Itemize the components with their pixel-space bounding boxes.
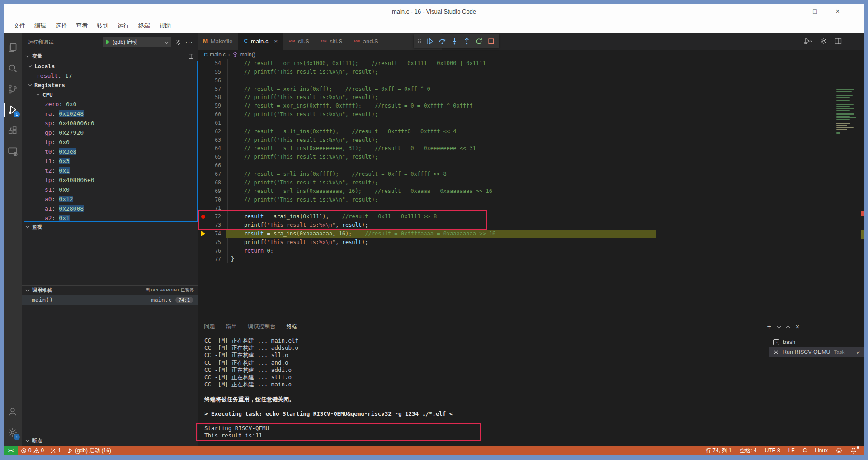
panel-tab-问题[interactable]: 问题 [204, 319, 215, 334]
call-stack-section-header[interactable]: 调用堆栈 因 BREAKPOINT 已暂停 [22, 285, 198, 295]
run-or-debug-icon[interactable] [804, 38, 813, 45]
variable-row-sp[interactable]: sp: 0x408006c0 [24, 118, 197, 128]
code-line-77[interactable]: 77} [198, 255, 864, 263]
restart-button[interactable] [475, 38, 483, 45]
variable-row-gp[interactable]: gp: 0x27920 [24, 128, 197, 137]
step-over-button[interactable] [439, 38, 446, 45]
problems-status[interactable]: 0 0 [18, 446, 47, 455]
gutter[interactable]: 62 [198, 127, 226, 136]
variable-row-s1[interactable]: s1: 0x0 [24, 185, 197, 194]
encoding-status[interactable]: UTF-8 [761, 447, 784, 454]
tab-and.S[interactable]: ASMand.S [348, 33, 384, 50]
os-status[interactable]: Linux [811, 447, 832, 454]
code-line-56[interactable]: 56 [198, 76, 864, 85]
code-line-58[interactable]: 58 // printf("This result is:%x\n", resu… [198, 93, 864, 102]
gutter[interactable]: 63 [198, 136, 226, 145]
editor-gear-icon[interactable] [820, 38, 827, 45]
close-button[interactable]: × [836, 8, 840, 15]
code-line-76[interactable]: 76 return 0; [198, 247, 864, 255]
minimap[interactable] [836, 89, 860, 135]
variable-row-t1[interactable]: t1: 0x3 [24, 156, 197, 166]
variable-row-t2[interactable]: t2: 0x1 [24, 166, 197, 175]
extensions-icon[interactable] [4, 120, 22, 141]
code-line-60[interactable]: 60 // printf("This result is:%x\n", resu… [198, 110, 864, 119]
tab-main.c[interactable]: Cmain.c× [238, 33, 283, 50]
variable-row-a2[interactable]: a2: 0x1 [24, 213, 197, 222]
gutter[interactable]: 72 [198, 212, 226, 221]
gutter[interactable]: 75 [198, 238, 226, 247]
gutter[interactable]: 68 [198, 178, 226, 187]
menu-item-4[interactable]: 转到 [93, 20, 112, 31]
gutter[interactable]: 57 [198, 85, 226, 94]
gutter[interactable]: 70 [198, 196, 226, 204]
cursor-position-status[interactable]: 行 74, 列 1 [702, 447, 736, 455]
terminal-list-item-bash[interactable]: >bash [769, 337, 864, 347]
current-line-arrow-icon[interactable] [198, 231, 208, 236]
gutter[interactable]: 73 [198, 221, 226, 230]
tab-Makefile[interactable]: MMakefile [198, 33, 238, 50]
code-line-65[interactable]: 65 // printf("This result is:%x\n", resu… [198, 153, 864, 161]
code-line-69[interactable]: 69 // result = srl_ins(0xaaaaaaaa, 16); … [198, 187, 864, 196]
search-icon[interactable] [4, 58, 22, 79]
code-line-72[interactable]: 72 result = srai_ins(0x1111); //result =… [198, 212, 864, 221]
tab-slti.S[interactable]: ASMslti.S [315, 33, 349, 50]
code-line-68[interactable]: 68 // printf("This result is:%x\n", resu… [198, 178, 864, 187]
code-editor[interactable]: 54 // result = or_ins(0x1000, 0x1111); /… [198, 59, 864, 319]
gutter[interactable]: 54 [198, 59, 226, 68]
menu-item-0[interactable]: 文件 [10, 20, 29, 31]
code-line-57[interactable]: 57 // result = xori_ins(0xff); //result … [198, 85, 864, 94]
code-line-55[interactable]: 55 // printf("This result is:%x\n", resu… [198, 68, 864, 76]
explorer-icon[interactable] [4, 37, 22, 58]
breadcrumb-symbol[interactable]: main() [240, 52, 255, 58]
more-actions-icon[interactable]: ··· [185, 38, 193, 46]
breadcrumb[interactable]: C main.c › main() [198, 50, 864, 59]
gutter[interactable]: 56 [198, 76, 226, 85]
panel-toggle-icon[interactable] [188, 53, 194, 59]
gutter[interactable]: 66 [198, 161, 226, 170]
panel-tab-调试控制台[interactable]: 调试控制台 [248, 319, 276, 334]
breakpoints-section-header[interactable]: 断点 [22, 436, 198, 446]
terminal-picker-chevron-icon[interactable] [777, 324, 781, 328]
code-line-67[interactable]: 67 // result = srli_ins(0xffff); //resul… [198, 170, 864, 178]
gutter[interactable]: 59 [198, 102, 226, 110]
code-line-64[interactable]: 64 // result = sll_ins(0xeeeeeeee, 31); … [198, 144, 864, 153]
indentation-status[interactable]: 空格: 4 [736, 447, 760, 455]
debug-session-status[interactable]: (gdb) 启动 (16) [64, 446, 114, 455]
menu-item-5[interactable]: 运行 [114, 20, 133, 31]
code-line-63[interactable]: 63 // printf("This result is:%x\n", resu… [198, 136, 864, 145]
variable-row-a1[interactable]: a1: 0x28008 [24, 204, 197, 213]
continue-button[interactable] [426, 38, 434, 45]
new-terminal-icon[interactable]: + [767, 323, 771, 331]
terminal-list-item-Run RISCV-QEMU[interactable]: Run RISCV-QEMUTask✓ [769, 347, 864, 357]
variable-row-fp[interactable]: fp: 0x408006e0 [24, 175, 197, 185]
menu-item-7[interactable]: 帮助 [156, 20, 175, 31]
remote-explorer-icon[interactable] [4, 141, 22, 162]
close-panel-icon[interactable]: × [796, 323, 799, 330]
gutter[interactable]: 55 [198, 68, 226, 76]
gutter[interactable]: 64 [198, 144, 226, 153]
terminal-output[interactable]: CC -[M] 正在构建 ... main.elfCC -[M] 正在构建 ..… [198, 334, 769, 446]
breadcrumb-file[interactable]: main.c [210, 52, 226, 58]
code-line-74[interactable]: 74 result = sra_ins(0xaaaaaaaa, 16); //r… [198, 230, 864, 238]
minimize-button[interactable]: – [791, 8, 794, 15]
maximize-panel-icon[interactable] [786, 326, 790, 329]
stop-button[interactable] [487, 38, 495, 45]
menu-item-2[interactable]: 选择 [52, 20, 71, 31]
tab-close-icon[interactable]: × [274, 38, 278, 45]
tab-sll.S[interactable]: ASMsll.S [283, 33, 315, 50]
menu-item-3[interactable]: 查看 [72, 20, 91, 31]
editor-more-actions-icon[interactable]: ··· [849, 38, 857, 45]
language-status[interactable]: C [799, 447, 811, 454]
gutter[interactable]: 67 [198, 170, 226, 178]
gutter[interactable]: 69 [198, 187, 226, 196]
variable-row-t0[interactable]: t0: 0x3e8 [24, 147, 197, 156]
variable-row-a0[interactable]: a0: 0x12 [24, 194, 197, 204]
gutter[interactable]: 76 [198, 247, 226, 255]
code-line-70[interactable]: 70 // printf("This result is:%x\n", resu… [198, 196, 864, 204]
breakpoint-icon[interactable] [198, 215, 208, 219]
code-line-59[interactable]: 59 // result = xor_ins(0xffff, 0xffff); … [198, 102, 864, 110]
eol-status[interactable]: LF [784, 447, 799, 454]
gutter[interactable]: 77 [198, 255, 226, 263]
code-line-73[interactable]: 73 printf("This result is:%x\n", result)… [198, 221, 864, 230]
gutter[interactable]: 65 [198, 153, 226, 161]
